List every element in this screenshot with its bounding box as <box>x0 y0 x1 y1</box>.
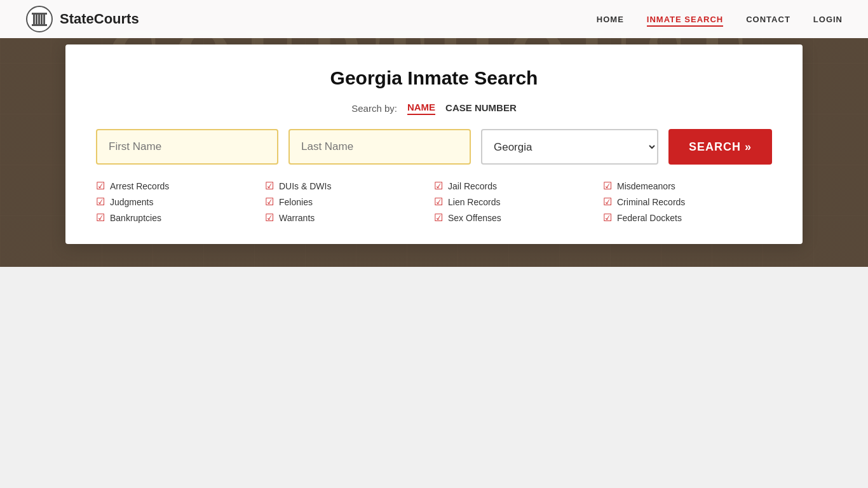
checkbox-criminal-records: ☑ Criminal Records <box>603 196 772 208</box>
nav-links: HOME INMATE SEARCH CONTACT LOGIN <box>597 13 843 25</box>
checkbox-label-jail: Jail Records <box>448 181 497 191</box>
svg-rect-6 <box>32 13 47 15</box>
last-name-input[interactable] <box>288 129 471 165</box>
check-icon-bankruptcies: ☑ <box>96 212 105 224</box>
checkbox-arrest-records: ☑ Arrest Records <box>96 180 265 192</box>
check-icon-criminal: ☑ <box>603 196 612 208</box>
svg-rect-3 <box>38 14 40 24</box>
navbar: StateCourts HOME INMATE SEARCH CONTACT L… <box>0 0 868 38</box>
nav-inmate-search[interactable]: INMATE SEARCH <box>647 15 723 27</box>
checkbox-label-sex: Sex Offenses <box>448 213 501 223</box>
check-icon-judgments: ☑ <box>96 196 105 208</box>
search-inputs-row: Georgia SEARCH » <box>96 129 772 165</box>
state-select[interactable]: Georgia <box>481 129 658 165</box>
search-by-row: Search by: NAME CASE NUMBER <box>96 102 772 115</box>
checkbox-duis: ☑ DUIs & DWIs <box>265 180 434 192</box>
first-name-input[interactable] <box>96 129 278 165</box>
svg-rect-4 <box>41 14 43 24</box>
checkbox-label-judgments: Judgments <box>110 197 153 207</box>
search-card: Georgia Inmate Search Search by: NAME CA… <box>65 44 803 244</box>
check-icon-duis: ☑ <box>265 180 274 192</box>
checkbox-label-warrants: Warrants <box>279 213 315 223</box>
check-icon-sex: ☑ <box>434 212 443 224</box>
check-icon-arrest: ☑ <box>96 180 105 192</box>
checkbox-judgments: ☑ Judgments <box>96 196 265 208</box>
check-icon-felonies: ☑ <box>265 196 274 208</box>
checkbox-lien-records: ☑ Lien Records <box>434 196 603 208</box>
check-icon-lien: ☑ <box>434 196 443 208</box>
checkbox-federal-dockets: ☑ Federal Dockets <box>603 212 772 224</box>
checkbox-sex-offenses: ☑ Sex Offenses <box>434 212 603 224</box>
checkbox-label-criminal: Criminal Records <box>617 197 685 207</box>
check-icon-jail: ☑ <box>434 180 443 192</box>
checkbox-warrants: ☑ Warrants <box>265 212 434 224</box>
checkbox-label-felonies: Felonies <box>279 197 313 207</box>
nav-home[interactable]: HOME <box>597 15 624 24</box>
checkbox-label-lien: Lien Records <box>448 197 501 207</box>
tab-case-number[interactable]: CASE NUMBER <box>445 102 517 114</box>
checkbox-felonies: ☑ Felonies <box>265 196 434 208</box>
check-icon-warrants: ☑ <box>265 212 274 224</box>
brand-link[interactable]: StateCourts <box>25 5 139 33</box>
checkbox-label-arrest: Arrest Records <box>110 181 169 191</box>
checkbox-label-misdemeanors: Misdemeanors <box>617 181 675 191</box>
check-icon-misdemeanors: ☑ <box>603 180 612 192</box>
svg-rect-7 <box>32 24 47 26</box>
search-button[interactable]: SEARCH » <box>668 129 772 165</box>
svg-rect-5 <box>43 14 45 24</box>
logo-icon <box>25 5 53 33</box>
nav-login[interactable]: LOGIN <box>813 15 843 24</box>
checkbox-label-duis: DUIs & DWIs <box>279 181 331 191</box>
search-title: Georgia Inmate Search <box>96 67 772 89</box>
checkbox-jail-records: ☑ Jail Records <box>434 180 603 192</box>
checkbox-label-bankruptcies: Bankruptcies <box>110 213 161 223</box>
checkbox-misdemeanors: ☑ Misdemeanors <box>603 180 772 192</box>
nav-contact[interactable]: CONTACT <box>746 15 790 24</box>
check-icon-federal: ☑ <box>603 212 612 224</box>
checkbox-label-federal: Federal Dockets <box>617 213 682 223</box>
hero-section: COURTHOUSE StateCourts HOME INMATE SEARC… <box>0 0 868 267</box>
tab-name[interactable]: NAME <box>407 102 435 115</box>
svg-rect-2 <box>36 14 37 24</box>
svg-rect-1 <box>33 14 35 24</box>
checkboxes-grid: ☑ Arrest Records ☑ DUIs & DWIs ☑ Jail Re… <box>96 180 772 224</box>
brand-name: StateCourts <box>60 11 139 27</box>
search-by-label: Search by: <box>351 103 397 114</box>
checkbox-bankruptcies: ☑ Bankruptcies <box>96 212 265 224</box>
